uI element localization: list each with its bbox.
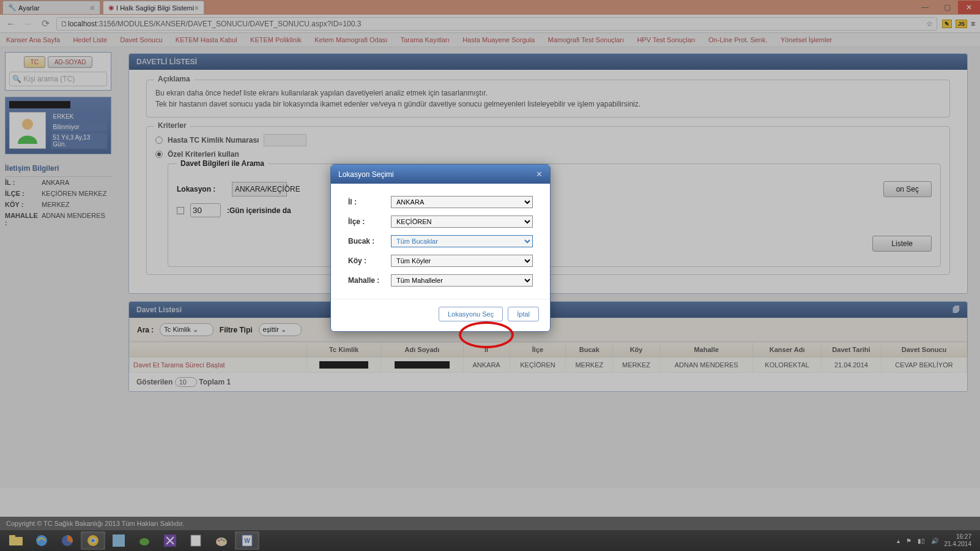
dlg-il-lbl: İl : [348,198,391,206]
dlg-ilce-lbl: İlçe : [348,217,391,226]
close-icon[interactable]: ✕ [536,170,543,179]
lokasyon-dialog: Lokasyon Seçimi ✕ İl :ANKARA İlçe :KEÇİÖ… [330,164,551,332]
iptal-button[interactable]: İptal [508,307,539,321]
dlg-ilce-select[interactable]: KEÇİÖREN [391,216,533,228]
lokasyonu-sec-button[interactable]: Lokasyonu Seç [439,307,503,321]
dlg-bucak-select[interactable]: Tüm Bucaklar [391,235,533,247]
dlg-mahalle-lbl: Mahalle : [348,276,391,285]
dialog-title: Lokasyon Seçimi [338,170,394,179]
dlg-bucak-lbl: Bucak : [348,237,391,246]
dlg-il-select[interactable]: ANKARA [391,196,533,208]
dlg-koy-select[interactable]: Tüm Köyler [391,255,533,267]
dlg-mahalle-select[interactable]: Tüm Mahalleler [391,274,533,287]
dlg-koy-lbl: Köy : [348,257,391,265]
